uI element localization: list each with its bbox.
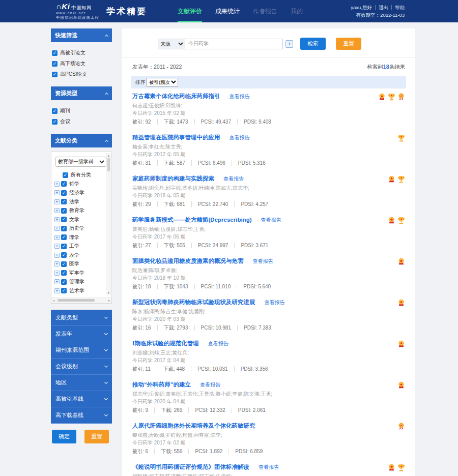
- expand-plus-icon[interactable]: +: [54, 244, 60, 249]
- nav-item-1[interactable]: 文献评价: [178, 0, 202, 22]
- checkbox-checked-icon[interactable]: ✓: [52, 50, 58, 56]
- quick-filter-option[interactable]: ✓高PCSI论文: [52, 71, 111, 78]
- tree-item[interactable]: +✓哲学: [54, 180, 105, 189]
- nav-item-4[interactable]: 我的: [291, 0, 303, 22]
- tree-item[interactable]: +✓经济学: [54, 189, 105, 198]
- result-title-link[interactable]: 《超说明书用药循证评价规范》团体标准解读: [132, 464, 249, 470]
- help-link[interactable]: 帮助: [395, 4, 405, 11]
- view-report-link[interactable]: 查看报告: [223, 175, 244, 182]
- expand-plus-icon[interactable]: +: [54, 182, 60, 187]
- tree-item[interactable]: +✓军事学: [54, 269, 105, 278]
- resource-type-option[interactable]: ✓期刊: [52, 107, 111, 114]
- sidebar-section-2[interactable]: 发表年: [51, 326, 112, 342]
- view-report-link[interactable]: 查看报告: [265, 299, 285, 306]
- view-report-link[interactable]: 查看报告: [261, 217, 281, 223]
- nav-item-2[interactable]: 成果统计: [215, 0, 240, 22]
- checkbox-checked-icon[interactable]: ✓: [61, 199, 67, 204]
- expand-plus-icon[interactable]: +: [54, 235, 60, 240]
- checkbox-checked-icon[interactable]: ✓: [61, 190, 67, 196]
- horizontal-scrollbar[interactable]: ◂ ▸: [51, 298, 111, 303]
- view-report-link[interactable]: 查看报告: [208, 340, 228, 347]
- scroll-left-icon[interactable]: ◂: [53, 299, 54, 302]
- result-title-link[interactable]: 人原代肝癌细胞体外长期培养及个体化药敏研究: [132, 423, 255, 429]
- resource-type-header[interactable]: 资源类型: [51, 86, 112, 100]
- view-report-link[interactable]: 查看报告: [230, 134, 250, 141]
- scroll-up-icon[interactable]: ▴: [108, 154, 109, 157]
- result-title-link[interactable]: 面膜类化妆品滥用糖皮质激素的概况与危害: [132, 258, 244, 264]
- source-select[interactable]: 来源: [158, 39, 185, 49]
- sidebar-section-6[interactable]: 高被引基线: [51, 391, 112, 407]
- classification-header[interactable]: 文献分类: [51, 134, 112, 147]
- tree-item[interactable]: +✓农学: [54, 251, 105, 260]
- result-title-link[interactable]: 推动“外科药师”的建立: [132, 381, 191, 388]
- result-title-link[interactable]: Ⅰ期临床试验的规范化管理: [132, 340, 199, 347]
- expand-plus-icon[interactable]: +: [54, 288, 60, 293]
- result-title-link[interactable]: 精益管理在医院药事管理中的应用: [132, 134, 220, 141]
- expand-plus-icon[interactable]: +: [54, 261, 60, 266]
- checkbox-checked-icon[interactable]: ✓: [52, 108, 58, 114]
- resource-type-option[interactable]: ✓会议: [52, 118, 111, 125]
- tree-item[interactable]: +✓工学: [54, 242, 105, 251]
- checkbox-checked-icon[interactable]: ✓: [61, 234, 67, 240]
- sidebar-section-1[interactable]: 文献类型: [51, 310, 112, 326]
- logout-link[interactable]: 退出: [379, 4, 388, 11]
- discipline-select[interactable]: 教育部一级学科: [55, 157, 106, 167]
- view-report-link[interactable]: 查看报告: [200, 381, 220, 388]
- sidebar-section-5[interactable]: 地区: [51, 375, 112, 391]
- tree-item[interactable]: +✓教育学: [54, 206, 105, 216]
- add-condition-button[interactable]: +: [285, 40, 293, 48]
- sidebar-reset-button[interactable]: 重置: [84, 430, 109, 443]
- view-report-link[interactable]: 查看报告: [259, 464, 279, 470]
- checkbox-checked-icon[interactable]: ✓: [61, 279, 67, 285]
- view-report-link[interactable]: 查看报告: [230, 93, 250, 100]
- checkbox-checked-icon[interactable]: ✓: [61, 270, 67, 276]
- search-input[interactable]: [185, 39, 283, 49]
- tree-item[interactable]: +✓医学: [54, 260, 105, 269]
- expand-plus-icon[interactable]: +: [54, 217, 60, 222]
- expand-plus-icon[interactable]: +: [54, 208, 60, 213]
- checkbox-checked-icon[interactable]: ✓: [61, 181, 67, 187]
- checkbox-checked-icon[interactable]: ✓: [61, 208, 67, 214]
- expand-plus-icon[interactable]: +: [54, 190, 60, 195]
- tree-item-all[interactable]: ✓所有分类: [54, 171, 105, 180]
- tree-item[interactable]: +✓历史学: [54, 224, 105, 233]
- expand-plus-icon[interactable]: +: [54, 199, 60, 204]
- tree-item[interactable]: +✓管理学: [54, 278, 105, 287]
- scroll-right-icon[interactable]: ▸: [108, 299, 110, 302]
- expand-plus-icon[interactable]: +: [54, 279, 60, 284]
- expand-plus-icon[interactable]: +: [54, 253, 60, 258]
- sidebar-section-3[interactable]: 期刊来源范围: [51, 342, 112, 359]
- checkbox-checked-icon[interactable]: ✓: [61, 252, 67, 258]
- quick-filter-option[interactable]: ✓高被引论文: [52, 49, 111, 56]
- result-title-link[interactable]: 万古霉素个体化给药临床药师指引: [132, 93, 220, 100]
- expand-plus-icon[interactable]: +: [54, 226, 60, 231]
- cnki-logo[interactable]: ∩Ki 中国知网 www.cnki.net 中国知识基础设施工程: [56, 3, 99, 20]
- search-reset-button[interactable]: 重置: [336, 38, 361, 50]
- sidebar-section-7[interactable]: 高下载基线: [51, 407, 112, 424]
- checkbox-checked-icon[interactable]: ✓: [52, 72, 58, 77]
- checkbox-checked-icon[interactable]: ✓: [61, 226, 67, 231]
- checkbox-checked-icon[interactable]: ✓: [52, 61, 58, 67]
- scrollbar-thumb[interactable]: [58, 299, 95, 302]
- expand-plus-icon[interactable]: +: [54, 271, 60, 276]
- scroll-down-icon[interactable]: ▾: [108, 291, 109, 294]
- nav-item-3[interactable]: 作者报告: [253, 0, 277, 22]
- checkbox-checked-icon[interactable]: ✓: [61, 217, 67, 222]
- tree-item[interactable]: +✓艺术学: [54, 286, 105, 295]
- tree-item[interactable]: +✓理学: [54, 233, 105, 242]
- quick-filter-header[interactable]: 快速筛选: [51, 28, 112, 42]
- vertical-scrollbar[interactable]: ▴ ▾: [106, 153, 111, 295]
- scrollbar-thumb[interactable]: [107, 158, 110, 171]
- checkbox-checked-icon[interactable]: ✓: [61, 261, 67, 267]
- sidebar-section-4[interactable]: 会议级别: [51, 359, 112, 375]
- view-report-link[interactable]: 查看报告: [253, 258, 273, 264]
- tree-item[interactable]: +✓法学: [54, 197, 105, 206]
- result-title-link[interactable]: 新型冠状病毒肺炎药物临床试验现状及研究进展: [132, 299, 255, 306]
- confirm-button[interactable]: 确定: [52, 430, 76, 443]
- quick-filter-option[interactable]: ✓高下载论文: [52, 60, 111, 67]
- result-title-link[interactable]: 家庭药师制度的构建与实践探索: [132, 175, 214, 182]
- checkbox-checked-icon[interactable]: ✓: [61, 244, 67, 249]
- search-button[interactable]: 检索: [300, 38, 326, 50]
- checkbox-checked-icon[interactable]: ✓: [52, 119, 58, 125]
- tree-item[interactable]: +✓文学: [54, 215, 105, 224]
